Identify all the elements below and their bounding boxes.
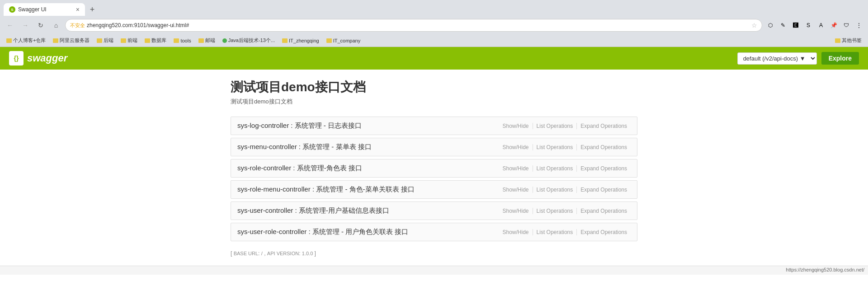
controller-actions: Show/Hide List Operations Expand Operati… [499, 187, 631, 193]
toolbar-icon-5[interactable]: A [816, 20, 826, 31]
show-hide-link[interactable]: Show/Hide [499, 187, 533, 193]
folder-icon [174, 38, 179, 43]
security-icon: 不安全 [70, 22, 85, 29]
controller-actions: Show/Hide List Operations Expand Operati… [499, 229, 631, 235]
show-hide-link[interactable]: Show/Hide [499, 165, 533, 172]
api-selector[interactable]: default (/v2/api-docs) ▼ [737, 52, 817, 65]
api-title: 测试项目demo接口文档 [231, 79, 637, 96]
controller-name[interactable]: sys-role-menu-controller : 系统管理 - 角色-菜单关… [237, 185, 415, 194]
api-version-label: API VERSION [267, 251, 299, 256]
expand-operations-link[interactable]: Expand Operations [577, 229, 631, 235]
bookmark-aliyun[interactable]: 阿里云服务器 [50, 36, 92, 45]
show-hide-link[interactable]: Show/Hide [499, 144, 533, 150]
swagger-brand-text: swagger [27, 52, 67, 64]
controller-item: sys-role-menu-controller : 系统管理 - 角色-菜单关… [231, 180, 637, 199]
controller-name[interactable]: sys-menu-controller : 系统管理 - 菜单表 接口 [237, 143, 372, 151]
bookmark-java[interactable]: Java后端技术-13个... [220, 36, 278, 45]
controller-item: sys-user-role-controller : 系统管理 - 用户角色关联… [231, 223, 637, 241]
tab-title: Swagger UI [18, 6, 73, 13]
new-tab-button[interactable]: + [87, 4, 98, 15]
browser-tab[interactable]: S Swagger UI × [4, 3, 85, 16]
explore-button[interactable]: Explore [821, 52, 859, 65]
list-operations-link[interactable]: List Operations [533, 165, 577, 172]
list-operations-link[interactable]: List Operations [533, 229, 577, 235]
controller-name[interactable]: sys-user-controller : 系统管理-用户基础信息表接口 [237, 206, 389, 215]
show-hide-link[interactable]: Show/Hide [499, 208, 533, 214]
toolbar-icon-6[interactable]: 📌 [828, 20, 839, 31]
bookmark-star-icon[interactable]: ☆ [751, 22, 757, 29]
folder-icon [121, 38, 126, 43]
bookmarks-bar: 个人博客+仓库 阿里云服务器 后端 前端 数据库 tools 邮端 Java后 [0, 34, 868, 47]
bookmark-database[interactable]: 数据库 [142, 36, 169, 45]
base-url-info: [ BASE URL: / , API VERSION: 1.0.0 ] [231, 250, 637, 257]
folder-icon [282, 38, 288, 43]
folder-icon [6, 38, 12, 43]
controller-actions: Show/Hide List Operations Expand Operati… [499, 123, 631, 129]
list-operations-link[interactable]: List Operations [533, 187, 577, 193]
controller-list: sys-log-controller : 系统管理 - 日志表接口 Show/H… [231, 117, 637, 241]
folder-icon [835, 38, 840, 43]
controller-item: sys-role-controller : 系统管理-角色表 接口 Show/H… [231, 159, 637, 178]
controller-name[interactable]: sys-user-role-controller : 系统管理 - 用户角色关联… [237, 228, 408, 236]
toolbar-icon-2[interactable]: ✎ [778, 20, 788, 31]
status-url: https://zhengqing520.blog.csdn.net/ [786, 267, 864, 272]
folder-icon [198, 38, 204, 43]
bookmark-personal[interactable]: 个人博客+仓库 [4, 36, 48, 45]
bookmark-it-company[interactable]: IT_company [324, 37, 363, 44]
show-hide-link[interactable]: Show/Hide [499, 123, 533, 129]
bookmark-tools[interactable]: tools [171, 37, 193, 44]
browser-toolbar: ⬡ ✎ 🅴 S A 📌 🛡 ⋮ [765, 20, 864, 31]
bookmark-backend[interactable]: 后端 [94, 36, 116, 45]
swagger-logo: {} swagger [9, 51, 67, 66]
folder-icon [53, 38, 58, 43]
url-text: zhengqing520.com:9101/swagger-ui.html# [87, 22, 750, 28]
expand-operations-link[interactable]: Expand Operations [577, 187, 631, 193]
bookmark-it-zhengqing[interactable]: IT_zhengqing [279, 37, 322, 44]
folder-icon [97, 38, 102, 43]
expand-operations-link[interactable]: Expand Operations [577, 123, 631, 129]
tab-favicon: S [9, 6, 15, 13]
controller-item: sys-user-controller : 系统管理-用户基础信息表接口 Sho… [231, 201, 637, 220]
toolbar-icon-1[interactable]: ⬡ [765, 20, 776, 31]
base-url-value: / [261, 251, 263, 256]
controller-item: sys-log-controller : 系统管理 - 日志表接口 Show/H… [231, 117, 637, 135]
dot-icon [222, 38, 227, 43]
swagger-header: {} swagger default (/v2/api-docs) ▼ Expl… [0, 47, 868, 70]
swagger-logo-icon: {} [9, 51, 24, 66]
controller-name[interactable]: sys-role-controller : 系统管理-角色表 接口 [237, 164, 362, 173]
controller-item: sys-menu-controller : 系统管理 - 菜单表 接口 Show… [231, 138, 637, 156]
expand-operations-link[interactable]: Expand Operations [577, 165, 631, 172]
tab-close-button[interactable]: × [76, 6, 80, 13]
back-button[interactable]: ← [4, 19, 16, 32]
expand-operations-link[interactable]: Expand Operations [577, 208, 631, 214]
swagger-content: 测试项目demo接口文档 测试项目demo接口文档 sys-log-contro… [217, 70, 651, 266]
list-operations-link[interactable]: List Operations [533, 208, 577, 214]
expand-operations-link[interactable]: Expand Operations [577, 144, 631, 150]
bookmark-youduanapp[interactable]: 邮端 [196, 36, 218, 45]
controller-actions: Show/Hide List Operations Expand Operati… [499, 165, 631, 172]
api-version-value: 1.0.0 [302, 251, 313, 256]
list-operations-link[interactable]: List Operations [533, 123, 577, 129]
show-hide-link[interactable]: Show/Hide [499, 229, 533, 235]
toolbar-icon-4[interactable]: S [803, 20, 814, 31]
folder-icon [145, 38, 150, 43]
swagger-header-right: default (/v2/api-docs) ▼ Explore [737, 52, 859, 65]
forward-button[interactable]: → [19, 19, 32, 32]
bookmark-other[interactable]: 其他书签 [832, 36, 864, 45]
address-bar[interactable]: 不安全 zhengqing520.com:9101/swagger-ui.htm… [65, 19, 762, 32]
list-operations-link[interactable]: List Operations [533, 144, 577, 150]
home-button[interactable]: ⌂ [50, 19, 62, 32]
toolbar-icon-7[interactable]: 🛡 [841, 20, 852, 31]
status-bar: https://zhengqing520.blog.csdn.net/ [0, 266, 868, 275]
folder-icon [326, 38, 332, 43]
api-description: 测试项目demo接口文档 [231, 98, 637, 106]
toolbar-icon-menu[interactable]: ⋮ [854, 20, 864, 31]
toolbar-icon-3[interactable]: 🅴 [790, 20, 801, 31]
controller-name[interactable]: sys-log-controller : 系统管理 - 日志表接口 [237, 122, 362, 130]
refresh-button[interactable]: ↻ [34, 19, 47, 32]
bookmark-frontend[interactable]: 前端 [118, 36, 140, 45]
controller-actions: Show/Hide List Operations Expand Operati… [499, 144, 631, 150]
controller-actions: Show/Hide List Operations Expand Operati… [499, 208, 631, 214]
base-url-label: BASE URL [234, 251, 258, 256]
